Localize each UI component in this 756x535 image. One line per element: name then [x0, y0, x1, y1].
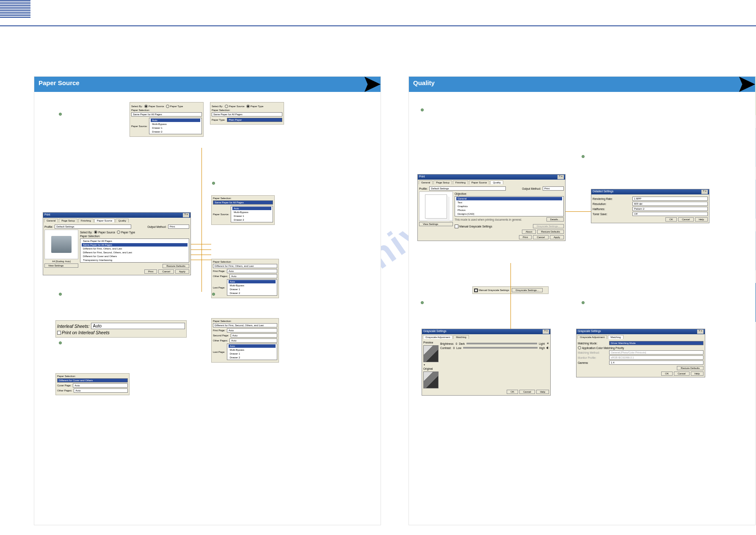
qtab-finishing[interactable]: Finishing: [453, 180, 468, 184]
ps-tabstrip: General Page Setup Finishing Paper Sourc…: [43, 218, 190, 222]
manual-grayscale-check[interactable]: Manual Grayscale Settings: [455, 225, 492, 228]
objective-list[interactable]: General Text Graphics Photos Designs [CA…: [455, 196, 564, 216]
about-button[interactable]: About: [522, 230, 536, 234]
right-ribbon-title: Quality: [413, 79, 435, 86]
qtab-papersource[interactable]: Paper Source: [469, 180, 490, 184]
print-on-interleaf-check[interactable]: Print on Interleaf Sheets: [57, 330, 110, 335]
gsa-tab-matching[interactable]: Matching: [453, 335, 469, 339]
gsb-help-button[interactable]: Help: [691, 371, 704, 376]
connector-icon: [191, 255, 211, 255]
frag-a-sources[interactable]: Auto Multi-Bypass Drawer 1 Drawer 2: [149, 118, 202, 134]
frag-diff-fsol: Paper Selection: Different for First, Se…: [211, 318, 279, 363]
app-color-priority-radio[interactable]: Application Color Matching Priority: [578, 346, 624, 349]
tab-papersource[interactable]: Paper Source: [94, 219, 115, 222]
window-buttons-icon[interactable]: ? ×: [697, 330, 704, 334]
printer-thumb-icon: [44, 230, 78, 259]
header-stripe-icon: [0, 0, 30, 18]
tab-general[interactable]: General: [44, 219, 58, 222]
contrast-icon: ◐: [546, 346, 549, 349]
gsb-cancel-button[interactable]: Cancel: [674, 371, 690, 376]
interleaf-sheets-combo[interactable]: Auto: [91, 323, 185, 329]
profile-combo[interactable]: Default Settings: [55, 225, 131, 229]
gsa-cancel-button[interactable]: Cancel: [519, 390, 535, 394]
callout-dot-icon: [59, 293, 62, 296]
profile-label: Profile:: [44, 225, 53, 228]
gsa-tab-adjust[interactable]: Grayscale Adjustment: [423, 335, 452, 339]
interleaf-sheets-label: Interleaf Sheets:: [57, 324, 89, 329]
cancel-button[interactable]: Cancel: [158, 269, 174, 274]
print-button[interactable]: Print: [144, 269, 157, 274]
frag-selectby-source: Select By: Paper Source Paper Type Paper…: [130, 102, 204, 137]
manual-grayscale-check-on[interactable]: Manual Grayscale Settings: [474, 288, 509, 292]
q-view-settings-button[interactable]: View Settings: [419, 222, 453, 226]
objective-label: Objective:: [455, 192, 467, 195]
q-apply-button[interactable]: Apply: [550, 235, 564, 239]
tab-finishing[interactable]: Finishing: [78, 219, 94, 222]
gamma-combo[interactable]: 1.4: [609, 360, 704, 365]
q-output-combo[interactable]: Print: [543, 186, 564, 191]
frag-b-radio-type[interactable]: Paper Type: [246, 105, 264, 108]
page-right: Quality Print ? × General Page Setup Fin…: [408, 76, 756, 525]
window-buttons-icon[interactable]: ? ×: [557, 175, 564, 179]
qtab-quality[interactable]: Quality: [490, 180, 503, 184]
brightness-slider[interactable]: [466, 343, 537, 344]
frag-a-papersel[interactable]: Same Paper for All Pages: [131, 112, 202, 116]
selectby-label: Select By:: [80, 231, 92, 234]
grayscale-preview-icon: [423, 345, 439, 362]
tab-quality[interactable]: Quality: [116, 219, 129, 222]
window-buttons-icon[interactable]: ? ×: [183, 213, 189, 217]
radio-paper-type[interactable]: Paper Type: [117, 230, 135, 234]
preview-caption: A4 [Scaling: Auto]: [44, 260, 78, 263]
frag-b-papersel[interactable]: Same Paper for All Pages: [212, 112, 282, 116]
details-button[interactable]: Details...: [546, 217, 564, 222]
contrast-slider[interactable]: [463, 347, 538, 349]
grayscale-settings-button[interactable]: Grayscale Settings...: [533, 224, 564, 228]
window-buttons-icon[interactable]: ? ×: [543, 330, 549, 334]
halftones-combo[interactable]: Pattern 2: [632, 207, 708, 211]
gsb-ok-button[interactable]: OK: [661, 371, 673, 376]
q-print-button[interactable]: Print: [519, 235, 532, 239]
callout-dot-icon: [59, 113, 62, 116]
callout-dot-icon: [212, 182, 215, 185]
ds-ok-button[interactable]: OK: [665, 217, 677, 222]
paper-selection-list[interactable]: Same Paper for All Pages Same Paper for …: [80, 238, 189, 263]
resolution-combo[interactable]: 600 dpi: [632, 202, 708, 206]
objective-hint: This mode is used when printing document…: [455, 218, 522, 221]
gsa-ok-button[interactable]: OK: [507, 390, 518, 394]
q-dialog-title: Print: [419, 175, 425, 179]
frag-b-radio-source[interactable]: Paper Source: [225, 105, 245, 108]
gsb-tab-adjust[interactable]: Grayscale Adjustment: [577, 335, 607, 339]
sun-icon: ☀: [546, 342, 549, 345]
grayscale-settings-matching: Grayscale Settings ? × Grayscale Adjustm…: [576, 329, 705, 377]
gsb-tab-matching[interactable]: Matching: [608, 335, 623, 339]
matching-mode-combo[interactable]: Driver Matching Mode: [609, 341, 704, 345]
apply-button[interactable]: Apply: [175, 269, 189, 274]
qtab-general[interactable]: General: [419, 180, 433, 184]
frag-a-radio-source[interactable]: Paper Source: [144, 105, 164, 108]
q-profile-combo[interactable]: Default Settings: [429, 186, 506, 191]
matching-method-combo[interactable]: General [Photo/Color Printouts]: [609, 350, 704, 355]
page-left: Paper Source Print ? × General Page Setu…: [34, 76, 381, 525]
radio-paper-source[interactable]: Paper Source: [94, 230, 115, 234]
q-cancel-button[interactable]: Cancel: [533, 235, 549, 239]
view-settings-button[interactable]: View Settings: [44, 263, 78, 268]
gsa-help-button[interactable]: Help: [536, 390, 549, 394]
frag-a-radio-type[interactable]: Paper Type: [166, 105, 183, 108]
grayscale-settings-button-2[interactable]: Grayscale Settings...: [512, 288, 543, 292]
toner-save-combo[interactable]: Off: [632, 212, 708, 216]
gsb-restore-button[interactable]: Restore Defaults: [677, 366, 704, 370]
window-buttons-icon[interactable]: ? ×: [701, 190, 708, 194]
ds-cancel-button[interactable]: Cancel: [678, 217, 694, 222]
q-restore-defaults-button[interactable]: Restore Defaults: [537, 230, 564, 234]
ds-help-button[interactable]: Help: [695, 217, 708, 222]
tab-pagesetup[interactable]: Page Setup: [59, 219, 77, 222]
restore-defaults-button[interactable]: Restore Defaults: [163, 264, 189, 268]
output-method-label: Output Method:: [147, 225, 166, 228]
output-method-combo[interactable]: Print: [168, 225, 189, 229]
monitor-profile-combo[interactable]: sRGB IEC61966-2.1: [609, 355, 704, 360]
qtab-pagesetup[interactable]: Page Setup: [433, 180, 452, 184]
detailed-settings-title: Detailed Settings: [593, 190, 613, 194]
grayscale-original-icon: [423, 371, 439, 388]
rendering-rate-combo[interactable]: 1 BPP: [632, 197, 708, 201]
frag-b-type[interactable]: Plain Paper: [227, 118, 282, 122]
